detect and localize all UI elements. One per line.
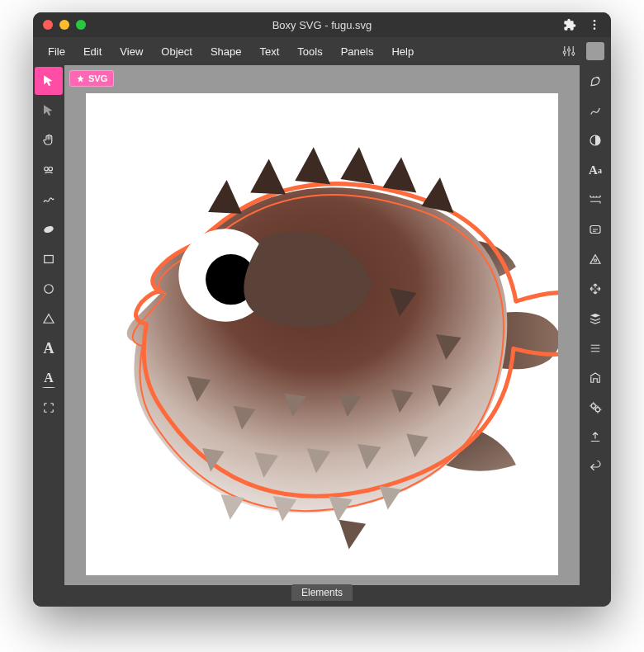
window-controls	[43, 20, 86, 30]
extension-icon[interactable]	[563, 18, 576, 31]
menu-help[interactable]: Help	[383, 40, 422, 63]
stroke-panel[interactable]	[581, 97, 609, 125]
typography-panel[interactable]: Aa	[581, 156, 609, 184]
history-panel[interactable]	[581, 453, 609, 481]
app-window: Boxy SVG - fugu.svg File Edit View Objec…	[33, 12, 611, 607]
svg-point-2	[594, 27, 596, 30]
elements-tab[interactable]: Elements	[291, 584, 353, 601]
main-area: A A SVG	[33, 65, 611, 585]
menu-tools[interactable]: Tools	[289, 40, 330, 63]
blob-tool[interactable]	[35, 215, 63, 243]
defs-panel[interactable]	[581, 334, 609, 362]
freehand-tool[interactable]	[35, 186, 63, 214]
close-window-button[interactable]	[43, 20, 53, 30]
menu-edit[interactable]: Edit	[75, 40, 110, 63]
export-panel[interactable]	[581, 423, 609, 451]
svg-point-3	[563, 51, 566, 54]
pan-tool[interactable]	[35, 126, 63, 154]
select-tool[interactable]	[35, 67, 63, 95]
menubar: File Edit View Object Shape Text Tools P…	[33, 37, 611, 65]
menu-shape[interactable]: Shape	[202, 40, 250, 63]
edit-tool[interactable]	[35, 97, 63, 125]
menu-text[interactable]: Text	[251, 40, 287, 63]
svg-point-6	[45, 167, 49, 171]
status-bar: Elements	[33, 585, 611, 607]
color-swatch[interactable]	[586, 42, 604, 60]
library-panel[interactable]	[581, 364, 609, 392]
rectangle-tool[interactable]	[35, 245, 63, 273]
svg-point-5	[572, 53, 575, 55]
canvas[interactable]	[86, 93, 558, 575]
svg-point-16	[594, 259, 597, 262]
window-title: Boxy SVG - fugu.svg	[33, 19, 611, 31]
minimize-window-button[interactable]	[59, 20, 69, 30]
shape-builder-tool[interactable]	[35, 156, 63, 184]
menu-file[interactable]: File	[40, 40, 73, 63]
svg-point-17	[591, 404, 595, 408]
svg-point-1	[594, 24, 596, 26]
left-toolbar: A A	[33, 65, 64, 585]
canvas-viewport[interactable]: SVG	[64, 65, 580, 585]
objects-panel[interactable]	[581, 305, 609, 333]
triangle-tool[interactable]	[35, 305, 63, 333]
menu-object[interactable]: Object	[153, 40, 201, 63]
path-panel[interactable]	[581, 245, 609, 273]
svg-point-8	[43, 224, 54, 234]
geometry-panel[interactable]	[581, 186, 609, 214]
right-toolbar: Aa	[580, 65, 611, 585]
svg-rect-9	[45, 256, 54, 263]
svg-point-7	[49, 167, 53, 171]
fill-panel[interactable]	[581, 67, 609, 95]
arrangement-panel[interactable]	[581, 275, 609, 303]
fugu-illustration	[86, 93, 558, 575]
svg-point-10	[45, 285, 54, 294]
compositing-panel[interactable]	[581, 126, 609, 154]
kebab-menu-icon[interactable]	[588, 18, 601, 31]
text-tool[interactable]: A	[35, 334, 63, 362]
titlebar: Boxy SVG - fugu.svg	[33, 12, 611, 37]
maximize-window-button[interactable]	[76, 20, 86, 30]
svg-point-18	[595, 408, 599, 412]
svg-badge[interactable]: SVG	[69, 70, 114, 87]
meta-panel[interactable]	[581, 215, 609, 243]
svg-badge-label: SVG	[88, 73, 107, 83]
menu-panels[interactable]: Panels	[333, 40, 382, 63]
svg-point-4	[568, 49, 571, 51]
svg-point-13	[598, 77, 599, 78]
ellipse-tool[interactable]	[35, 275, 63, 303]
menu-view[interactable]: View	[111, 40, 151, 63]
svg-point-0	[594, 20, 596, 22]
text-path-tool[interactable]: A	[35, 364, 63, 392]
generators-panel[interactable]	[581, 394, 609, 422]
settings-sliders-icon[interactable]	[558, 40, 580, 62]
view-tool[interactable]	[35, 394, 63, 422]
